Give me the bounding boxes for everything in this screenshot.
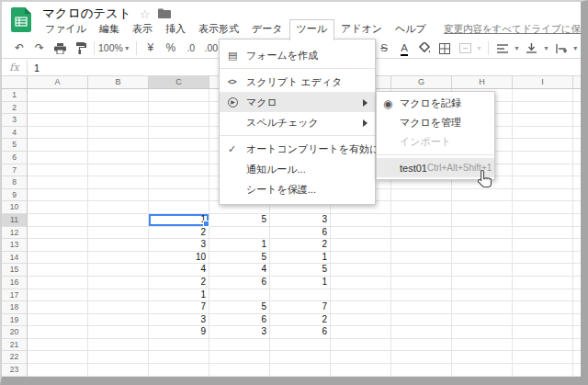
cell-G10[interactable] bbox=[391, 201, 452, 214]
cell-E12[interactable]: 6 bbox=[270, 227, 331, 240]
cell-J22[interactable] bbox=[573, 351, 581, 364]
cell-C6[interactable] bbox=[149, 152, 209, 164]
cell-C20[interactable]: 9 bbox=[149, 326, 209, 339]
text-color-button[interactable]: A bbox=[394, 39, 414, 58]
cell-E20[interactable]: 6 bbox=[270, 326, 331, 339]
cell-I19[interactable] bbox=[513, 314, 573, 327]
row-header-8[interactable]: 8 bbox=[2, 176, 28, 189]
cell-B15[interactable] bbox=[88, 264, 149, 277]
menu-item-スクリプト エディタ[interactable]: <>スクリプト エディタ bbox=[220, 72, 375, 92]
cell-F20[interactable] bbox=[331, 326, 391, 339]
menu-item-オートコンプリートを有効にする[interactable]: ✓オートコンプリートを有効にする bbox=[220, 139, 375, 159]
cell-G17[interactable] bbox=[391, 289, 452, 302]
cell-B14[interactable] bbox=[88, 252, 149, 265]
cell-J13[interactable] bbox=[573, 239, 581, 252]
format-currency-button[interactable]: ¥ bbox=[141, 39, 161, 58]
row-header-18[interactable]: 18 bbox=[2, 301, 28, 314]
cell-A7[interactable] bbox=[28, 164, 88, 177]
cell-H15[interactable] bbox=[452, 264, 513, 277]
menu-ファイル[interactable]: ファイル bbox=[39, 20, 93, 39]
cell-I14[interactable] bbox=[513, 252, 573, 265]
menu-item-フォームを作成[interactable]: ▤フォームを作成 bbox=[220, 45, 375, 65]
cell-C23[interactable] bbox=[149, 364, 209, 377]
cell-J12[interactable] bbox=[573, 227, 581, 240]
cell-E18[interactable]: 7 bbox=[270, 301, 331, 314]
cell-A13[interactable] bbox=[28, 239, 88, 252]
cell-A4[interactable] bbox=[28, 127, 88, 140]
cell-I9[interactable] bbox=[513, 189, 573, 202]
cell-G12[interactable] bbox=[391, 227, 452, 240]
cell-F16[interactable] bbox=[331, 277, 391, 289]
cell-F22[interactable] bbox=[331, 351, 391, 364]
cell-J15[interactable] bbox=[573, 264, 581, 277]
cell-G19[interactable] bbox=[391, 314, 452, 327]
cell-G14[interactable] bbox=[391, 252, 452, 265]
cell-C17[interactable]: 1 bbox=[149, 289, 209, 302]
cell-E15[interactable]: 5 bbox=[270, 264, 331, 277]
cell-C13[interactable]: 3 bbox=[149, 239, 209, 252]
cell-B4[interactable] bbox=[88, 127, 149, 140]
cell-D15[interactable]: 4 bbox=[209, 264, 270, 277]
row-header-20[interactable]: 20 bbox=[2, 326, 28, 339]
star-icon[interactable]: ☆ bbox=[140, 7, 151, 21]
menu-アドオン[interactable]: アドオン bbox=[334, 20, 389, 39]
row-header-1[interactable]: 1 bbox=[2, 89, 28, 102]
paint-format-button[interactable] bbox=[70, 39, 90, 58]
row-header-7[interactable]: 7 bbox=[2, 164, 28, 177]
strikethrough-button[interactable]: S bbox=[374, 39, 394, 58]
cell-B8[interactable] bbox=[88, 176, 149, 189]
row-header-14[interactable]: 14 bbox=[2, 252, 28, 265]
redo-button[interactable]: ↷ bbox=[29, 39, 50, 58]
cell-D18[interactable]: 5 bbox=[209, 301, 270, 314]
row-header-5[interactable]: 5 bbox=[2, 139, 28, 152]
cell-B12[interactable] bbox=[88, 227, 149, 240]
cell-G20[interactable] bbox=[391, 326, 452, 339]
menu-item-シートを保護...[interactable]: シートを保護... bbox=[220, 179, 375, 199]
menu-表示[interactable]: 表示 bbox=[126, 20, 159, 39]
format-percent-button[interactable]: % bbox=[161, 39, 181, 58]
cell-I12[interactable] bbox=[513, 227, 573, 240]
cell-D11[interactable]: 5 bbox=[209, 214, 270, 227]
cell-I1[interactable] bbox=[513, 89, 573, 102]
cell-J7[interactable] bbox=[573, 164, 581, 177]
cell-H23[interactable] bbox=[452, 364, 513, 377]
menu-item-マクロを記録[interactable]: ◉マクロを記録 bbox=[377, 94, 494, 113]
cell-B16[interactable] bbox=[88, 277, 149, 289]
cell-G21[interactable] bbox=[391, 339, 452, 352]
cell-A6[interactable] bbox=[28, 152, 88, 164]
cell-A21[interactable] bbox=[28, 339, 88, 352]
cell-J17[interactable] bbox=[573, 289, 581, 302]
row-header-9[interactable]: 9 bbox=[2, 189, 28, 202]
cell-E16[interactable]: 1 bbox=[270, 277, 331, 289]
cell-H10[interactable] bbox=[452, 201, 513, 214]
cell-C18[interactable]: 7 bbox=[149, 301, 209, 314]
cell-B5[interactable] bbox=[88, 139, 149, 152]
column-header-B[interactable]: B bbox=[88, 76, 149, 89]
cell-I18[interactable] bbox=[513, 301, 573, 314]
cell-F11[interactable] bbox=[331, 214, 391, 227]
cell-B3[interactable] bbox=[88, 114, 149, 127]
menu-ツール[interactable]: ツール bbox=[289, 19, 335, 40]
cell-H17[interactable] bbox=[452, 289, 513, 302]
cell-D16[interactable]: 6 bbox=[209, 277, 270, 289]
cell-I6[interactable] bbox=[513, 152, 573, 164]
cell-C1[interactable] bbox=[149, 89, 209, 102]
cell-C21[interactable] bbox=[149, 339, 209, 352]
cell-A15[interactable] bbox=[28, 264, 88, 277]
cell-E13[interactable]: 2 bbox=[270, 239, 331, 252]
cell-A5[interactable] bbox=[28, 139, 88, 152]
row-header-15[interactable]: 15 bbox=[2, 264, 28, 277]
cell-F13[interactable] bbox=[331, 239, 391, 252]
sheets-logo-icon[interactable] bbox=[11, 7, 31, 36]
cell-C8[interactable] bbox=[149, 176, 209, 189]
cell-E14[interactable]: 1 bbox=[270, 252, 331, 265]
cell-B22[interactable] bbox=[88, 351, 149, 364]
column-header-H[interactable]: H bbox=[452, 76, 513, 89]
grid-corner[interactable] bbox=[2, 76, 28, 89]
cell-C7[interactable] bbox=[149, 164, 209, 177]
cell-A22[interactable] bbox=[28, 351, 88, 364]
cell-G23[interactable] bbox=[391, 364, 452, 377]
cell-I7[interactable] bbox=[513, 164, 573, 177]
cell-I23[interactable] bbox=[513, 364, 573, 377]
cell-G18[interactable] bbox=[391, 301, 452, 314]
